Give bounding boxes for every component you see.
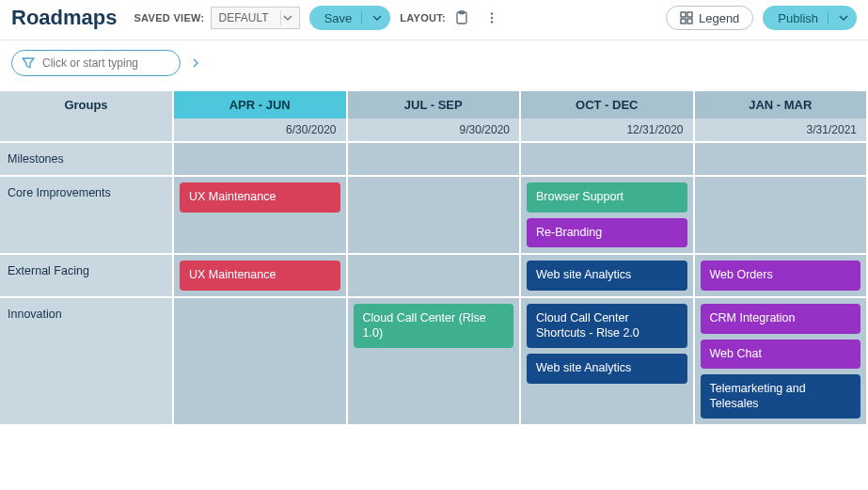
legend-button[interactable]: Legend [666, 6, 753, 30]
group-label: Core Improvements [0, 175, 174, 253]
roadmap-cell [174, 141, 348, 175]
group-label: Milestones [0, 141, 174, 175]
roadmap-card[interactable]: Cloud Call Center Shortcuts - Rlse 2.0 [527, 304, 687, 348]
roadmap-cell: UX Maintenance [174, 253, 348, 296]
more-menu-icon[interactable] [481, 8, 502, 28]
layout-label: LAYOUT: [400, 12, 446, 24]
group-label: Innovation [0, 296, 174, 425]
roadmap-card[interactable]: Browser Support [527, 182, 687, 213]
quarter-header[interactable]: JUL - SEP [348, 91, 522, 119]
roadmap-cell: Web Orders [695, 253, 869, 296]
saved-view-select[interactable]: DEFAULT [211, 7, 300, 29]
roadmap-cell: Cloud Call Center (Rlse 1.0) [348, 296, 522, 425]
quarter-end-date: 6/30/2020 [174, 119, 348, 141]
svg-rect-5 [681, 12, 686, 17]
roadmap-cell [695, 175, 869, 253]
date-row-blank [0, 119, 174, 141]
quarter-header[interactable]: JAN - MAR [695, 91, 869, 119]
roadmap-card[interactable]: Cloud Call Center (Rlse 1.0) [354, 304, 514, 348]
chevron-down-icon [371, 13, 383, 23]
publish-button-label: Publish [778, 11, 818, 25]
layout-group: LAYOUT: [400, 8, 472, 28]
chevron-right-icon [191, 58, 200, 68]
roadmap-cell [521, 141, 695, 175]
filter-icon [22, 56, 35, 70]
divider [828, 11, 829, 24]
roadmap-card[interactable]: Re-Branding [527, 218, 687, 248]
saved-view-group: SAVED VIEW: DEFAULT [134, 7, 299, 29]
svg-point-3 [491, 17, 493, 19]
roadmap-card[interactable]: UX Maintenance [180, 261, 340, 291]
quarter-end-date: 12/31/2020 [521, 119, 695, 141]
roadmap-cell: CRM IntegrationWeb ChatTelemarketing and… [695, 296, 869, 425]
roadmap-cell [348, 175, 522, 253]
save-button[interactable]: Save [309, 6, 391, 30]
roadmap-cell: Cloud Call Center Shortcuts - Rlse 2.0We… [521, 296, 695, 425]
page-title: Roadmaps [11, 6, 117, 30]
publish-button[interactable]: Publish [763, 6, 857, 30]
group-label: External Facing [0, 253, 174, 296]
filter-input-wrapper[interactable] [11, 50, 181, 76]
quarter-header[interactable]: APR - JUN [174, 91, 348, 119]
filter-input[interactable] [42, 56, 183, 70]
svg-point-4 [491, 21, 493, 23]
roadmap-cell [695, 141, 869, 175]
layout-clipboard-icon[interactable] [451, 8, 472, 28]
roadmap-card[interactable]: CRM Integration [701, 304, 861, 334]
svg-point-2 [491, 12, 493, 14]
chevron-down-icon [838, 13, 849, 23]
save-button-label: Save [324, 11, 353, 25]
filter-row [0, 40, 868, 86]
roadmap-card[interactable]: Telemarketing and Telesales [701, 374, 861, 419]
roadmap-cell [348, 141, 522, 175]
quarter-end-date: 3/31/2021 [695, 119, 869, 141]
roadmap-cell [348, 253, 522, 296]
roadmap-grid: GroupsAPR - JUNJUL - SEPOCT - DECJAN - M… [0, 86, 868, 424]
roadmap-card[interactable]: Web site Analytics [527, 354, 687, 384]
quarter-end-date: 9/30/2020 [348, 119, 522, 141]
saved-view-label: SAVED VIEW: [134, 12, 204, 24]
svg-rect-8 [687, 19, 692, 24]
chevron-down-icon [280, 10, 295, 25]
roadmap-card[interactable]: UX Maintenance [180, 182, 340, 213]
groups-header: Groups [0, 91, 174, 119]
svg-rect-6 [687, 12, 692, 17]
toolbar: Roadmaps SAVED VIEW: DEFAULT Save LAYOUT… [0, 0, 868, 40]
roadmap-cell [174, 296, 348, 425]
quarter-header[interactable]: OCT - DEC [521, 91, 695, 119]
roadmap-card[interactable]: Web Orders [701, 261, 861, 291]
roadmap-cell: Browser SupportRe-Branding [521, 175, 695, 253]
divider [361, 11, 362, 24]
roadmap-card[interactable]: Web Chat [701, 340, 861, 370]
roadmap-cell: UX Maintenance [174, 175, 348, 253]
svg-rect-7 [681, 19, 686, 24]
roadmap-cell: Web site Analytics [521, 253, 695, 296]
saved-view-value: DEFAULT [219, 11, 269, 24]
legend-grid-icon [680, 11, 693, 24]
roadmap-card[interactable]: Web site Analytics [527, 261, 687, 291]
legend-button-label: Legend [699, 11, 739, 25]
